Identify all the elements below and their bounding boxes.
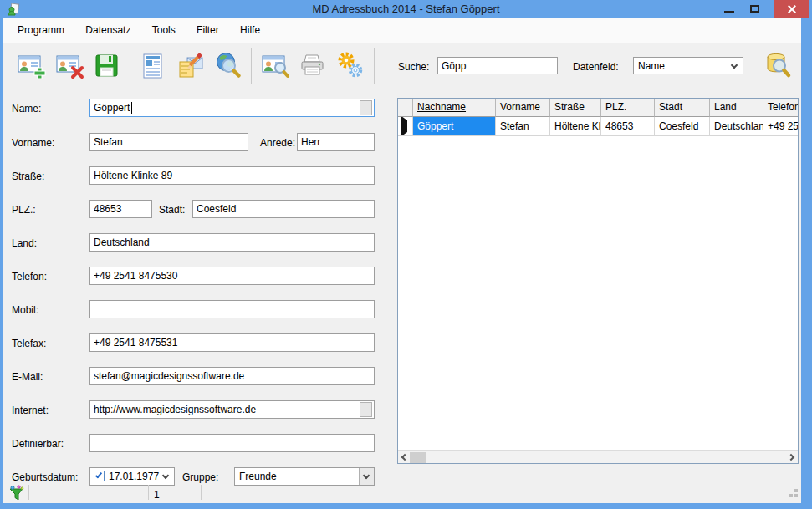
datenfeld-label: Datenfeld: — [573, 61, 619, 73]
edit-note-button[interactable] — [175, 50, 208, 84]
app-window: MD Adressbuch 2014 - Stefan Göppert Prog… — [0, 0, 812, 509]
toolbar-separator — [130, 48, 130, 84]
name-lookup-button[interactable] — [360, 100, 372, 115]
gruppe-value: Freunde — [239, 471, 277, 482]
menu-tools[interactable]: Tools — [143, 18, 185, 43]
add-record-button[interactable] — [14, 50, 48, 84]
save-button[interactable] — [90, 50, 124, 84]
edit-note-icon — [176, 51, 207, 84]
mobil-label: Mobil: — [12, 304, 38, 316]
anrede-field[interactable] — [297, 133, 375, 151]
datenfeld-value: Name — [638, 60, 665, 72]
plz-field[interactable] — [89, 200, 152, 218]
find-record-button[interactable] — [258, 50, 292, 84]
col-telefon[interactable]: Telefon — [763, 99, 798, 117]
window-title: MD Adressbuch 2014 - Stefan Göppert — [0, 3, 812, 15]
col-land[interactable]: Land — [710, 99, 763, 117]
cell-nachname[interactable]: Göppert — [413, 117, 496, 136]
current-row-arrow-icon — [401, 117, 407, 136]
strasse-field[interactable] — [89, 166, 375, 185]
cell-telefon[interactable]: +49 2541 8475530 — [763, 117, 798, 136]
db-search-icon — [763, 50, 794, 83]
name-label: Name: — [12, 103, 41, 115]
plz-label: PLZ.: — [12, 204, 36, 216]
window-border-right — [801, 18, 812, 503]
col-nachname[interactable]: Nachname — [413, 99, 496, 117]
report-button[interactable] — [136, 50, 170, 84]
chevron-down-icon — [363, 472, 370, 479]
col-stadt[interactable]: Stadt — [655, 99, 710, 117]
stadt-field[interactable] — [192, 200, 375, 218]
minimize-button[interactable] — [724, 11, 734, 13]
delete-record-icon — [54, 51, 84, 84]
scrollbar-thumb[interactable] — [410, 452, 426, 463]
print-button[interactable] — [296, 50, 329, 84]
status-bar: 1 — [3, 483, 801, 503]
mobil-field[interactable] — [89, 300, 375, 318]
records-table: Nachname Vorname Straße PLZ. Stadt Land … — [397, 98, 799, 464]
window-border-left — [0, 18, 3, 503]
menu-filter[interactable]: Filter — [187, 18, 228, 43]
search-button[interactable] — [212, 50, 245, 84]
internet-open-button[interactable] — [360, 402, 372, 417]
table-header-row: Nachname Vorname Straße PLZ. Stadt Land … — [398, 99, 798, 117]
find-record-icon — [260, 51, 290, 84]
close-button[interactable] — [774, 0, 809, 18]
chevron-down-icon — [162, 472, 169, 479]
geburtsdatum-checkbox[interactable] — [94, 471, 105, 481]
telefon-field[interactable] — [89, 267, 375, 285]
menu-programm[interactable]: Programm — [8, 18, 74, 43]
add-record-icon — [16, 51, 46, 84]
maximize-button[interactable] — [750, 5, 759, 13]
cell-land[interactable]: Deutschland — [710, 117, 763, 136]
report-icon — [138, 51, 168, 84]
cell-plz[interactable]: 48653 — [601, 117, 655, 136]
telefax-field[interactable] — [89, 333, 375, 352]
dropdown-button[interactable] — [359, 468, 374, 485]
col-strasse[interactable]: Straße — [550, 99, 601, 117]
settings-button[interactable] — [334, 50, 367, 84]
geburtsdatum-label: Geburtsdatum: — [12, 471, 78, 483]
col-plz[interactable]: PLZ. — [601, 99, 655, 117]
toolbar-separator — [251, 48, 252, 84]
delete-record-button[interactable] — [53, 50, 86, 84]
name-field[interactable]: Göppert — [89, 99, 375, 117]
save-icon — [92, 51, 122, 84]
window-border-bottom — [0, 503, 812, 509]
suche-label: Suche: — [398, 61, 429, 73]
scroll-left-icon[interactable] — [401, 454, 408, 461]
definierbar-field[interactable] — [89, 434, 375, 452]
col-vorname[interactable]: Vorname — [496, 99, 550, 117]
stadt-label: Stadt: — [159, 204, 185, 216]
check-icon — [95, 471, 102, 479]
datenfeld-select[interactable]: Name — [633, 57, 743, 74]
menu-datensatz[interactable]: Datensatz — [76, 18, 140, 43]
vorname-field[interactable] — [89, 133, 248, 151]
telefax-label: Telefax: — [12, 338, 46, 349]
horizontal-scrollbar[interactable] — [398, 450, 798, 463]
cell-vorname[interactable]: Stefan — [496, 117, 550, 136]
table-row[interactable]: Göppert Stefan Höltene Klinke 89 48653 C… — [398, 117, 798, 136]
db-search-button[interactable] — [762, 49, 795, 83]
chevron-down-icon — [731, 62, 738, 69]
scroll-right-icon[interactable] — [788, 454, 794, 461]
search-input[interactable] — [437, 57, 558, 74]
definierbar-label: Definierbar: — [12, 438, 64, 450]
settings-gears-icon — [335, 51, 365, 84]
email-label: E-Mail: — [12, 371, 43, 383]
print-icon — [298, 51, 328, 84]
menu-bar: Programm Datensatz Tools Filter Hilfe — [3, 18, 801, 43]
toolbar-separator — [374, 48, 375, 84]
row-selector — [398, 117, 413, 136]
land-label: Land: — [12, 237, 37, 249]
menu-hilfe[interactable]: Hilfe — [231, 18, 269, 43]
record-count: 1 — [154, 489, 160, 501]
internet-field[interactable] — [89, 400, 375, 419]
cell-strasse[interactable]: Höltene Klinke 89 — [550, 117, 601, 136]
cell-stadt[interactable]: Coesfeld — [655, 117, 710, 136]
telefon-label: Telefon: — [12, 271, 47, 282]
filter-funnel-icon[interactable] — [8, 485, 25, 504]
gruppe-label: Gruppe: — [182, 471, 218, 483]
email-field[interactable] — [89, 367, 375, 385]
land-field[interactable] — [89, 233, 375, 252]
